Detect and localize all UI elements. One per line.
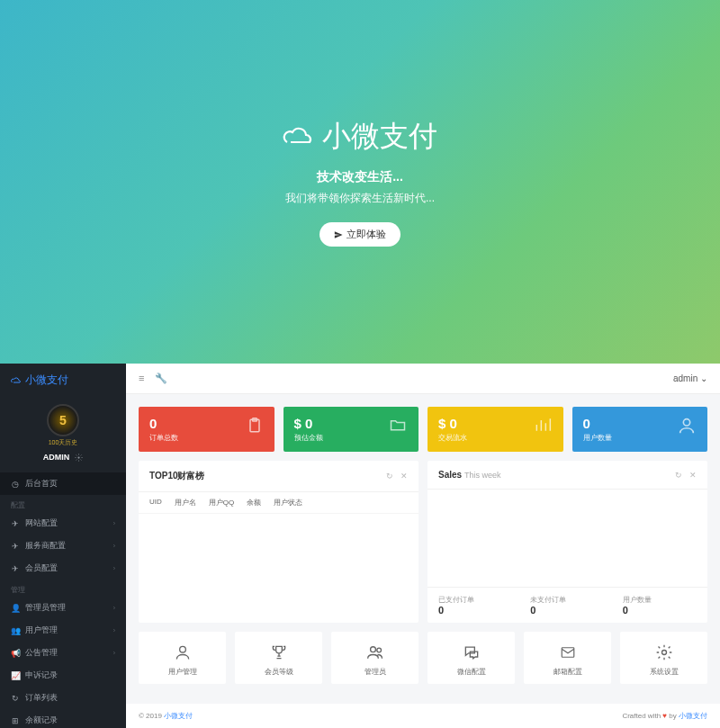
- cloud-icon: [283, 126, 315, 148]
- chevron-right-icon: ›: [113, 565, 115, 571]
- topbar-user-menu[interactable]: admin ⌄: [673, 373, 707, 383]
- hero-tagline: 技术改变生活...: [317, 169, 403, 185]
- chevron-right-icon: ›: [113, 520, 115, 526]
- panels-row: TOP10财富榜 ↻✕ UID 用户名 用户QQ 余额 用户状态: [139, 461, 707, 623]
- grid-icon: ⊞: [11, 716, 20, 725]
- refresh-icon[interactable]: ↻: [386, 472, 393, 481]
- footer-users: 用户数量0: [623, 595, 697, 616]
- tile-user-manage[interactable]: 用户管理: [139, 632, 226, 684]
- footer-paid: 已支付订单0: [438, 595, 512, 616]
- page-footer: © 2019 小微支付 Crafted with ♥ by 小微支付: [126, 704, 720, 728]
- panel-top10-title: TOP10财富榜: [149, 470, 205, 482]
- settings-icon: [75, 454, 83, 462]
- chat-icon: [462, 643, 482, 661]
- topbar: ≡ 🔧 admin ⌄: [126, 364, 720, 394]
- plane-icon: ✈: [11, 542, 20, 551]
- folder-icon: [388, 416, 408, 434]
- stats-row: 0订单总数 $ 0预估金额 $ 0交易流水 0用户数量: [139, 407, 707, 452]
- hero-cta-button[interactable]: 立即体验: [320, 222, 400, 247]
- wrench-icon[interactable]: 🔧: [155, 373, 167, 384]
- shortcut-tiles: 用户管理 会员等级 管理员 微信配置 邮箱配置: [139, 632, 707, 684]
- chevron-right-icon: ›: [113, 650, 115, 656]
- nav-balance[interactable]: ⊞余额记录: [0, 709, 126, 728]
- svg-point-6: [376, 648, 381, 652]
- tile-email[interactable]: 邮箱配置: [524, 632, 611, 684]
- mail-icon: [558, 644, 578, 661]
- refresh-icon[interactable]: ↻: [675, 471, 682, 480]
- tile-wechat[interactable]: 微信配置: [428, 632, 515, 684]
- stat-users[interactable]: 0用户数量: [572, 407, 708, 452]
- trophy-icon: [270, 643, 288, 661]
- users-icon: 👥: [11, 626, 20, 635]
- svg-rect-7: [562, 648, 574, 658]
- sidebar-brand[interactable]: 小微支付: [0, 364, 126, 397]
- footer-brand2-link[interactable]: 小微支付: [679, 712, 707, 720]
- nav-section-config: 配置: [0, 495, 126, 512]
- svg-point-0: [78, 456, 80, 458]
- nav-section-manage: 管理: [0, 580, 126, 597]
- nav-home[interactable]: ◷后台首页: [0, 472, 126, 495]
- hero-section: 小微支付 技术改变生活... 我们将带领你探索生活新时代... 立即体验: [0, 0, 720, 364]
- menu-toggle-icon[interactable]: ≡: [139, 373, 144, 384]
- close-icon[interactable]: ✕: [689, 471, 697, 480]
- main: ≡ 🔧 admin ⌄ 0订单总数 $ 0预估金额 $ 0交易流水: [126, 364, 720, 728]
- svg-point-8: [662, 651, 666, 655]
- hero-subtitle: 我们将带领你探索生活新时代...: [285, 191, 435, 206]
- col-balance: 余额: [247, 498, 261, 508]
- user-icon: [677, 416, 697, 436]
- stat-transactions[interactable]: $ 0交易流水: [428, 407, 563, 452]
- tile-system[interactable]: 系统设置: [620, 632, 707, 684]
- panel-top10-body: [139, 514, 418, 623]
- level-badge: 5: [47, 404, 79, 436]
- footer-copyright: © 2019 小微支付: [139, 711, 193, 721]
- svg-point-4: [179, 647, 185, 653]
- clipboard-icon: [246, 416, 264, 436]
- close-icon[interactable]: ✕: [400, 472, 408, 481]
- user-icon: 👤: [11, 604, 20, 613]
- sidebar: 小微支付 5 100天历史 ADMIN ◷后台首页 配置 ✈网站配置› ✈服务商…: [0, 364, 126, 728]
- col-qq: 用户QQ: [209, 498, 234, 508]
- stat-orders[interactable]: 0订单总数: [139, 407, 274, 452]
- tile-member-level[interactable]: 会员等级: [235, 632, 322, 684]
- dashboard: 小微支付 5 100天历史 ADMIN ◷后台首页 配置 ✈网站配置› ✈服务商…: [0, 364, 720, 728]
- chevron-right-icon: ›: [113, 627, 115, 634]
- nav-provider-config[interactable]: ✈服务商配置›: [0, 535, 126, 557]
- chart-icon: 📈: [11, 671, 20, 680]
- col-status: 用户状态: [274, 498, 302, 508]
- tile-admin[interactable]: 管理员: [331, 632, 418, 684]
- hero-brand: 小微支付: [283, 117, 437, 157]
- sidebar-username[interactable]: ADMIN: [0, 453, 126, 462]
- nav-appeal[interactable]: 📈申诉记录: [0, 664, 126, 687]
- nav-user-manage[interactable]: 👥用户管理›: [0, 619, 126, 642]
- footer-unpaid: 未支付订单0: [530, 595, 604, 616]
- panel-sales: Sales This week ↻✕ 已支付订单0 未支付订单0 用户数量0: [428, 461, 707, 623]
- nav-admin-manage[interactable]: 👤管理员管理›: [0, 597, 126, 619]
- stat-revenue[interactable]: $ 0预估金额: [284, 407, 419, 452]
- nav-site-config[interactable]: ✈网站配置›: [0, 512, 126, 535]
- gear-icon: [655, 643, 673, 661]
- badge-subtitle: 100天历史: [0, 438, 126, 447]
- chevron-right-icon: ›: [113, 543, 115, 549]
- nav-member-config[interactable]: ✈会员配置›: [0, 557, 126, 580]
- footer-credit: Crafted with ♥ by 小微支付: [622, 711, 707, 721]
- hero-brand-text: 小微支付: [322, 117, 437, 157]
- content: 0订单总数 $ 0预估金额 $ 0交易流水 0用户数量: [126, 394, 720, 704]
- bars-icon: [533, 416, 553, 434]
- paper-plane-icon: [334, 230, 343, 239]
- hero-cta-label: 立即体验: [346, 228, 386, 241]
- plane-icon: ✈: [11, 564, 20, 573]
- refresh-icon: ↻: [11, 694, 20, 703]
- users-icon: [365, 643, 385, 661]
- plane-icon: ✈: [11, 519, 20, 528]
- svg-point-3: [683, 419, 689, 426]
- footer-brand-link[interactable]: 小微支付: [164, 712, 193, 720]
- nav-orders[interactable]: ↻订单列表: [0, 687, 126, 709]
- chevron-right-icon: ›: [113, 605, 115, 611]
- svg-point-5: [370, 647, 375, 652]
- topbar-left: ≡ 🔧: [139, 373, 167, 384]
- table-header: UID 用户名 用户QQ 余额 用户状态: [139, 492, 418, 514]
- chevron-down-icon: ⌄: [700, 373, 707, 383]
- panel-sales-body: [428, 490, 707, 587]
- user-icon: [174, 643, 192, 661]
- nav-announce[interactable]: 📢公告管理›: [0, 642, 126, 664]
